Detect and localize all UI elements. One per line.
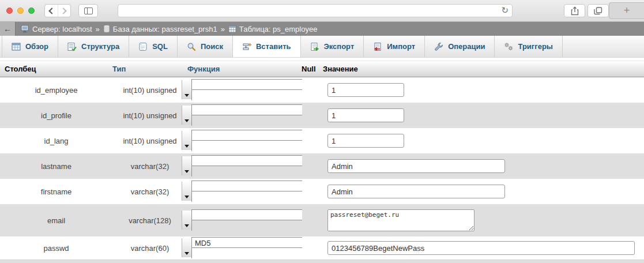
function-select-wrap: MD5 [191,237,302,258]
structure-icon [67,42,77,51]
tab-sql[interactable]: SQL [129,36,178,57]
history-nav [44,4,71,17]
sql-icon [138,42,148,51]
function-select[interactable] [192,211,302,220]
header-value: Значение [322,65,358,73]
value-input[interactable] [327,108,404,122]
function-select[interactable] [192,182,302,191]
header-column: Столбец [0,65,112,73]
table-icon [228,25,236,33]
function-select[interactable] [192,106,302,115]
browser-toolbar: ↻ + [0,0,644,22]
function-select-wrap [191,130,302,151]
tab-label: Вставить [256,42,291,51]
insert-table-header: Столбец Тип Функция Null Значение [0,61,644,77]
tab-import[interactable]: Импорт [364,36,425,57]
window-controls [6,7,35,14]
database-icon [103,25,110,33]
field-type: int(10) unsigned [112,86,187,95]
tab-browse[interactable]: Обзор [2,36,58,57]
tab-label: Триггеры [518,42,552,51]
tab-label: Импорт [387,42,415,51]
value-input[interactable] [327,241,635,255]
header-type-link[interactable]: Тип [112,65,187,73]
breadcrumb-database[interactable]: База данных: passreset_prsh1 [103,25,217,33]
function-select-wrap [191,155,302,176]
field-type: varchar(32) [112,162,187,171]
tab-overview-button[interactable] [587,4,609,17]
server-icon [21,25,29,33]
function-select-wrap [191,181,302,202]
field-type: int(10) unsigned [112,111,187,120]
search-icon [187,42,196,51]
table-row: passwd varchar(60) MD5 [0,236,644,260]
phpmyadmin-insert-page: ↻ + ← [0,0,644,263]
tab-label: SQL [152,42,168,51]
tab-export[interactable]: Экспорт [301,36,364,57]
tab-label: Поиск [201,42,223,51]
function-select[interactable] [192,132,302,140]
value-textarea[interactable]: passreset@beget.ru [327,209,474,231]
field-type: varchar(32) [112,187,187,196]
breadcrumb-server-label: Сервер: localhost [32,25,92,33]
field-name: firstname [0,187,112,196]
forward-button[interactable] [58,5,71,17]
table-row: lastname varchar(32) [0,153,644,179]
breadcrumb-back-button[interactable]: ← [0,22,16,36]
chevron-left-icon [49,7,55,14]
field-name: id_lang [0,137,112,145]
close-window-button[interactable] [6,7,13,14]
table-row: id_employee int(10) unsigned [0,77,644,103]
function-select[interactable] [192,157,302,166]
breadcrumb-separator: » [221,25,225,33]
header-null: Null [302,65,322,73]
back-button[interactable] [45,5,58,17]
tab-insert[interactable]: Вставить [233,36,301,57]
breadcrumb-separator: » [96,25,100,33]
tab-label: Экспорт [324,42,355,51]
table-tabs: Обзор Структура SQL [0,36,644,58]
function-select[interactable] [192,81,302,89]
function-select-wrap [191,104,302,126]
tab-triggers[interactable]: Триггеры [495,36,562,57]
minimize-window-button[interactable] [17,7,24,14]
plus-icon: + [624,5,630,17]
browse-icon [12,42,21,51]
value-input[interactable] [327,159,505,173]
field-name: email [0,216,112,225]
table-row: id_lang int(10) unsigned [0,128,644,153]
field-type: varchar(60) [112,244,187,253]
tab-label: Структура [81,42,119,51]
field-type: int(10) unsigned [112,137,187,145]
share-button[interactable] [564,4,585,17]
share-icon [571,6,579,16]
new-tab-button[interactable]: + [609,2,644,19]
next-row-partial [0,260,644,263]
field-name: id_employee [0,86,112,95]
tabbar-filler [563,36,644,57]
tab-search[interactable]: Поиск [178,36,233,57]
triggers-icon [504,42,513,51]
back-arrow-icon: ← [3,24,12,33]
breadcrumb: ← Сервер: localhost » База данных: [0,22,644,36]
tabs-icon [594,7,602,15]
breadcrumb-server[interactable]: Сервер: localhost [21,25,92,33]
value-input[interactable] [327,134,404,148]
header-function-link[interactable]: Функция [187,65,302,73]
field-name: id_profile [0,111,112,120]
address-bar[interactable]: ↻ [118,4,513,17]
sidebar-toggle-button[interactable] [78,4,98,17]
field-name: lastname [0,162,112,171]
function-select[interactable]: MD5 [192,239,302,247]
field-name: passwd [0,244,112,253]
sidebar-icon [84,7,93,14]
tab-operations[interactable]: Операции [425,36,495,57]
value-input[interactable] [327,83,404,97]
table-row: id_profile int(10) unsigned [0,103,644,128]
reload-icon[interactable]: ↻ [501,5,509,16]
function-select-wrap [191,209,302,231]
zoom-window-button[interactable] [28,7,35,14]
breadcrumb-table[interactable]: Таблица: ps_employee [228,25,318,33]
tab-structure[interactable]: Структура [58,36,129,57]
value-input[interactable] [327,185,505,198]
